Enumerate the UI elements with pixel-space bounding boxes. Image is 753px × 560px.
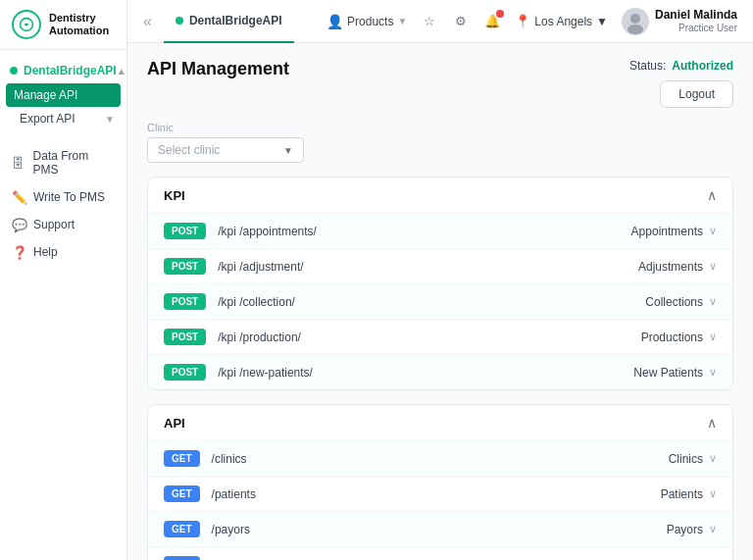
row-chevron-icon: ∨: [709, 295, 717, 308]
location-chevron-icon: ▼: [596, 15, 608, 28]
products-chevron-icon: ▼: [397, 16, 407, 26]
table-row[interactable]: POST /kpi /adjustment/ Adjustments ∨: [148, 249, 732, 284]
method-badge: GET: [164, 485, 200, 502]
api-label: Adjustments: [638, 260, 703, 274]
api-path: /kpi /adjustment/: [218, 260, 638, 274]
sidebar-item-dental-bridge-api[interactable]: DentalBridgeAPI ▲: [0, 58, 126, 83]
method-badge: POST: [164, 293, 206, 310]
api-path: /kpi /collection/: [218, 295, 645, 309]
sidebar-menu: 🗄 Data From PMS ✏️ Write To PMS 💬 Suppor…: [0, 138, 126, 270]
topnav-tab-dental-bridge[interactable]: DentalBridgeAPI: [164, 0, 294, 43]
help-icon: ❓: [12, 245, 25, 259]
sidebar: Dentistry Automation DentalBridgeAPI ▲ M…: [0, 0, 127, 560]
chevron-up-icon: ▲: [117, 66, 126, 76]
kpi-card-header: KPI ∧: [148, 178, 732, 214]
tab-dot-icon: [176, 17, 183, 25]
row-chevron-icon: ∨: [709, 225, 717, 237]
clinic-select[interactable]: Select clinic ▼: [147, 137, 304, 163]
topnav: « DentalBridgeAPI 👤 Products ▼ ☆ ⚙ 🔔 📍 L…: [127, 0, 753, 43]
topnav-actions: 👤 Products ▼ ☆ ⚙ 🔔 📍 Los Angels ▼ Dani: [326, 8, 737, 35]
main-area: « DentalBridgeAPI 👤 Products ▼ ☆ ⚙ 🔔 📍 L…: [127, 0, 753, 560]
header-left: API Management: [147, 59, 614, 79]
avatar: [622, 8, 649, 35]
method-badge: POST: [164, 329, 206, 345]
logo-text: Dentistry Automation: [49, 12, 109, 37]
kpi-card: KPI ∧ POST /kpi /appointments/ Appointme…: [147, 177, 733, 390]
table-row[interactable]: POST /kpi /collection/ Collections ∨: [148, 284, 732, 320]
table-row[interactable]: POST /kpi /appointments/ Appointments ∨: [148, 214, 732, 249]
svg-point-2: [628, 25, 643, 34]
row-chevron-icon: ∨: [709, 452, 717, 465]
sidebar-sub-export-api[interactable]: Export API ▼: [0, 107, 126, 130]
api-label: Productions: [641, 331, 703, 344]
sidebar-logo: Dentistry Automation: [0, 0, 126, 50]
method-badge: GET: [164, 521, 200, 537]
sidebar-item-support[interactable]: 💬 Support: [0, 211, 126, 238]
status-badge: Authorized: [672, 59, 733, 73]
api-path: /kpi /new-patients/: [218, 366, 633, 380]
sidebar-sub-manage-api[interactable]: Manage API: [6, 83, 121, 107]
table-row[interactable]: POST /kpi /production/ Productions ∨: [148, 320, 732, 355]
row-chevron-icon: ∨: [709, 366, 717, 379]
edit-icon: ✏️: [12, 190, 25, 204]
products-button[interactable]: 👤 Products ▼: [326, 14, 407, 29]
table-row[interactable]: GET /kpi /procedure-codes Procedure-Code…: [148, 547, 732, 560]
star-icon[interactable]: ☆: [421, 13, 438, 30]
clinic-section: Clinic Select clinic ▼: [147, 122, 733, 163]
api-collapse-button[interactable]: ∧: [707, 415, 717, 431]
clinic-select-text: Select clinic: [158, 143, 220, 157]
sidebar-item-write-to-pms[interactable]: ✏️ Write To PMS: [0, 183, 126, 211]
user-name-block: Daniel Malinda Practice User: [655, 8, 737, 33]
method-badge: GET: [164, 556, 200, 560]
notification-icon[interactable]: 🔔: [483, 13, 501, 30]
logout-button[interactable]: Logout: [660, 80, 733, 108]
page-title: API Management: [147, 59, 614, 79]
api-section-title: API: [164, 416, 185, 431]
api-card-header: API ∧: [148, 405, 732, 441]
content-header-row: API Management Status: Authorized Logout: [147, 59, 733, 108]
settings-icon[interactable]: ⚙: [452, 13, 470, 30]
database-icon: 🗄: [12, 156, 25, 170]
table-row[interactable]: POST /kpi /new-patients/ New Patients ∨: [148, 355, 732, 389]
content-area: API Management Status: Authorized Logout…: [127, 43, 753, 560]
table-row[interactable]: GET /patients Patients ∨: [148, 477, 732, 512]
sidebar-bridge-api-section: DentalBridgeAPI ▲ Manage API Export API …: [0, 50, 126, 138]
row-chevron-icon: ∨: [709, 523, 717, 535]
api-label: Payors: [667, 523, 703, 536]
clinic-select-arrow-icon: ▼: [283, 145, 293, 156]
api-label: Appointments: [631, 225, 703, 238]
sidebar-toggle-icon[interactable]: «: [143, 13, 152, 30]
method-badge: POST: [164, 223, 206, 239]
api-label: New Patients: [633, 366, 703, 380]
sidebar-item-data-from-pms[interactable]: 🗄 Data From PMS: [0, 142, 126, 183]
api-path: /payors: [212, 523, 667, 536]
export-api-chevron-icon: ▼: [105, 114, 115, 125]
api-path: /kpi /appointments/: [218, 225, 630, 238]
location-button[interactable]: 📍 Los Angels ▼: [515, 14, 608, 28]
header-right: Status: Authorized Logout: [629, 59, 733, 108]
api-label: Clinics: [669, 452, 703, 466]
row-chevron-icon: ∨: [709, 260, 717, 273]
clinic-label: Clinic: [147, 122, 733, 133]
sidebar-item-help[interactable]: ❓ Help: [0, 238, 126, 266]
user-info[interactable]: Daniel Malinda Practice User: [622, 8, 737, 35]
method-badge: POST: [164, 364, 206, 381]
api-rows: GET /clinics Clinics ∨ GET /patients Pat…: [148, 441, 732, 560]
table-row[interactable]: GET /payors Payors ∨: [148, 512, 732, 547]
row-chevron-icon: ∨: [709, 331, 717, 343]
kpi-collapse-button[interactable]: ∧: [707, 187, 717, 203]
kpi-section-title: KPI: [164, 188, 185, 203]
api-card: API ∧ GET /clinics Clinics ∨ GET /patien…: [147, 404, 733, 560]
logo-icon: [12, 10, 41, 39]
status-block: Status: Authorized: [629, 59, 733, 73]
table-row[interactable]: GET /clinics Clinics ∨: [148, 441, 732, 477]
api-label: Collections: [645, 295, 703, 309]
method-badge: POST: [164, 258, 206, 275]
notification-badge: [496, 10, 504, 18]
kpi-rows: POST /kpi /appointments/ Appointments ∨ …: [148, 214, 732, 389]
method-badge: GET: [164, 450, 200, 467]
api-label: Patients: [661, 487, 703, 501]
api-path: /kpi /production/: [218, 331, 640, 344]
person-icon: 👤: [326, 14, 343, 29]
svg-point-1: [630, 14, 640, 24]
